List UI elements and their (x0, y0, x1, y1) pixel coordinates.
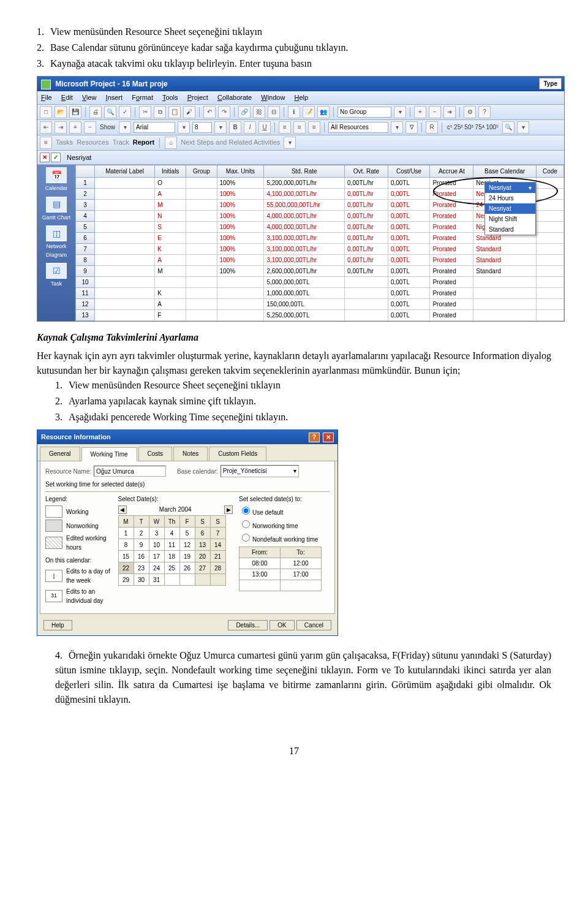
resource-name-input[interactable]: Oğuz Umurca (94, 466, 166, 477)
tab-resources[interactable]: Resources (77, 137, 109, 148)
save-icon[interactable]: 💾 (69, 106, 81, 118)
radio-nonworking[interactable]: Nonworking time (239, 518, 330, 531)
calendar-day-cell[interactable]: 20 (195, 551, 210, 562)
prev-month-button[interactable]: ◀ (118, 505, 127, 514)
calendar-weekday-header[interactable]: M (118, 516, 134, 528)
menu-help[interactable]: Help (294, 94, 308, 101)
sidebar-network[interactable]: ◫ Network Diagram (39, 225, 74, 259)
calendar-day-cell[interactable]: 4 (164, 528, 179, 539)
autofilter-icon[interactable]: ∇ (405, 121, 418, 134)
calendar-weekday-header[interactable]: W (149, 516, 164, 528)
dropdown-option[interactable]: Standard (485, 224, 535, 235)
font-name-input[interactable]: Arial (134, 122, 175, 133)
italic-icon[interactable]: I (244, 121, 256, 134)
calendar-day-cell[interactable] (210, 574, 225, 586)
calendar-weekday-header[interactable]: F (179, 516, 195, 528)
guide-dropdown-icon[interactable]: ▾ (284, 137, 296, 149)
tab-general[interactable]: General (40, 447, 80, 461)
bold-icon[interactable]: B (229, 121, 241, 134)
wizard-icon[interactable]: ⚙ (464, 106, 476, 118)
r-icon[interactable]: R (426, 121, 438, 134)
from-input-3[interactable] (239, 580, 281, 591)
font-size-input[interactable]: 8 (192, 122, 212, 133)
edit-bar-value[interactable]: Nesriyat (64, 152, 562, 164)
print-icon[interactable]: 🖨 (89, 106, 102, 118)
underline-icon[interactable]: U (258, 121, 271, 134)
grid-row[interactable]: 8A100%3,100,000,00TL/hr0,00TL/hr0,00TLPr… (76, 255, 564, 266)
close-icon[interactable]: ✕ (323, 433, 334, 442)
calendar-day-cell[interactable]: 5 (179, 528, 195, 539)
grid-row[interactable]: 9M100%2,600,000,00TL/hr0,00TL/hr0,00TLPr… (76, 266, 564, 277)
to-input-2[interactable]: 17:00 (281, 569, 322, 580)
sidebar-task[interactable]: ☑ Task (39, 263, 74, 289)
show-dropdown-icon[interactable]: ▾ (119, 121, 131, 134)
preview-icon[interactable]: 🔍 (104, 106, 116, 118)
calendar-day-cell[interactable]: 29 (118, 574, 134, 586)
group-dropdown-icon[interactable]: ▾ (394, 106, 406, 118)
confirm-edit-icon[interactable]: ✓ (51, 153, 61, 162)
base-calendar-select[interactable]: Proje_Yöneticisi▾ (221, 465, 299, 477)
ok-button[interactable]: OK (270, 620, 294, 630)
tab-working-time[interactable]: Working Time (81, 447, 137, 461)
copy-icon[interactable]: ⧉ (154, 106, 166, 118)
dropdown-option[interactable]: 24 Hours (485, 193, 535, 203)
size-dropdown-icon[interactable]: ▾ (214, 121, 227, 134)
next-month-button[interactable]: ▶ (224, 505, 233, 514)
calendar-weekday-header[interactable]: S (195, 516, 210, 528)
sidebar-gantt[interactable]: ▤ Gantt Chart (39, 197, 74, 222)
calendar-day-cell[interactable]: 22 (118, 562, 134, 574)
calendar-day-cell[interactable]: 18 (164, 551, 179, 562)
calendar-day-cell[interactable]: 26 (179, 562, 195, 574)
plus-icon[interactable]: + (69, 121, 81, 134)
spell-icon[interactable]: ✓ (119, 106, 131, 118)
help-icon[interactable]: ? (478, 106, 491, 118)
from-input-2[interactable]: 13:00 (239, 569, 281, 580)
dropdown-option-selected[interactable]: Nesriyat (485, 203, 535, 214)
calendar-day-cell[interactable]: 1 (118, 528, 134, 539)
calendar-grid[interactable]: MTWThFSS 1234567891011121314151617181920… (118, 515, 226, 586)
undo-icon[interactable]: ↶ (203, 106, 216, 118)
redo-icon[interactable]: ↷ (218, 106, 230, 118)
calendar-day-cell[interactable]: 11 (164, 539, 179, 551)
unlink-icon[interactable]: ⛓ (253, 106, 265, 118)
calendar-day-cell[interactable]: 3 (149, 528, 164, 539)
calendar-day-cell[interactable]: 30 (134, 574, 149, 586)
cancel-edit-icon[interactable]: ✕ (40, 153, 50, 162)
calendar-weekday-header[interactable]: T (134, 516, 149, 528)
goto-icon[interactable]: ➜ (443, 106, 456, 118)
dropdown-option[interactable]: Night Shift (485, 214, 535, 224)
calendar-day-cell[interactable]: 23 (134, 562, 149, 574)
menu-window[interactable]: Window (261, 94, 285, 101)
calendar-weekday-header[interactable]: S (210, 516, 225, 528)
zoom-in-icon[interactable]: + (414, 106, 426, 118)
calendar-day-cell[interactable]: 8 (118, 539, 134, 551)
tab-costs[interactable]: Costs (138, 447, 173, 461)
radio-use-default[interactable]: Use default (239, 505, 330, 517)
calendar-day-cell[interactable] (179, 574, 195, 586)
outdent-icon[interactable]: ⇤ (40, 121, 52, 134)
radio-nondefault[interactable]: Nondefault working time (239, 532, 330, 544)
menu-project[interactable]: Project (187, 94, 208, 101)
guide-toggle-icon[interactable]: ≡ (40, 137, 52, 149)
calendar-day-cell[interactable]: 12 (179, 539, 195, 551)
align-left-icon[interactable]: ≡ (279, 121, 291, 134)
base-calendar-dropdown[interactable]: Nesriyat▾ 24 Hours Nesriyat Night Shift … (484, 182, 536, 235)
menu-tools[interactable]: Tools (162, 94, 178, 101)
grid-row[interactable]: 12A150,000,00TL0,00TLProrated (76, 299, 564, 310)
from-input-1[interactable]: 08:00 (239, 558, 281, 569)
calendar-day-cell[interactable]: 7 (210, 528, 225, 539)
calendar-day-cell[interactable]: 17 (149, 551, 164, 562)
zoom-btn-icon[interactable]: 🔍 (502, 121, 514, 134)
help-button[interactable]: Help (43, 620, 72, 630)
calendar-day-cell[interactable] (195, 574, 210, 586)
calendar-day-cell[interactable]: 21 (210, 551, 225, 562)
paste-icon[interactable]: 📋 (168, 106, 181, 118)
calendar-day-cell[interactable]: 28 (210, 562, 225, 574)
cut-icon[interactable]: ✂ (139, 106, 151, 118)
filter-dropdown-icon[interactable]: ▾ (391, 121, 403, 134)
calendar-day-cell[interactable]: 6 (195, 528, 210, 539)
assign-icon[interactable]: 👥 (317, 106, 330, 118)
zoom-out-icon[interactable]: − (429, 106, 441, 118)
calendar-day-cell[interactable]: 19 (179, 551, 195, 562)
menu-collaborate[interactable]: Collaborate (217, 94, 252, 101)
